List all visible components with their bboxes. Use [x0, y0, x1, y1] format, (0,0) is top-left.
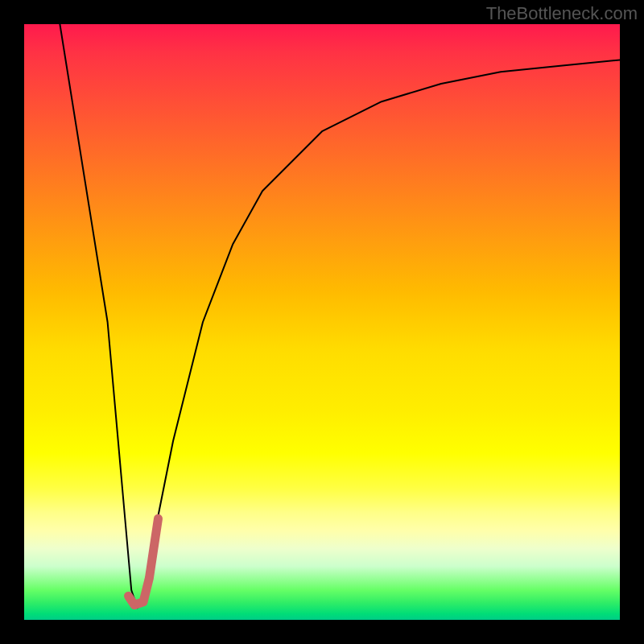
series-curve [60, 24, 620, 608]
chart-plot-area [24, 24, 620, 620]
watermark-text: TheBottleneck.com [486, 3, 638, 24]
chart-svg [24, 24, 620, 620]
